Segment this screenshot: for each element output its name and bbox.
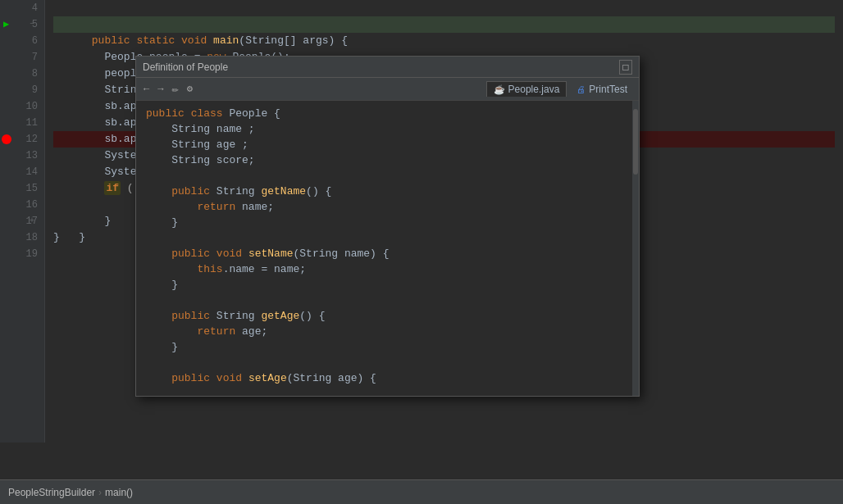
popup-code-line-2: String name ; <box>146 121 629 137</box>
line-15: 15 <box>0 180 44 197</box>
execution-arrow: ▶ <box>3 16 9 33</box>
line-13: 13 <box>0 148 44 164</box>
line-14: 14 <box>0 164 44 180</box>
popup-code-line-5 <box>146 168 629 184</box>
popup-back-button[interactable]: ← <box>141 82 152 97</box>
breakpoint-12[interactable] <box>2 134 11 144</box>
popup-tab2-label: PrintTest <box>589 84 627 95</box>
popup-code-line-11: this.name = name; <box>146 261 629 277</box>
popup-code-line-18: public void setAge(String age) { <box>146 370 629 386</box>
popup-toolbar: ← → ✏ ⚙ ☕ People.java 🖨 PrintTest <box>136 78 639 101</box>
line-17: 17 + <box>0 213 44 229</box>
popup-code-line-8: } <box>146 215 629 230</box>
popup-scrollbar[interactable] <box>632 101 639 396</box>
breadcrumb-separator: › <box>98 487 102 498</box>
popup-code-line-13 <box>146 293 629 308</box>
popup-code-line-17 <box>146 355 629 370</box>
popup-forward-button[interactable]: → <box>155 82 166 97</box>
line-4: 4 <box>0 0 44 16</box>
definition-popup: Definition of People ☐ ← → ✏ ⚙ ☕ People.… <box>135 56 640 397</box>
popup-code-line-4: String score; <box>146 152 629 168</box>
code-line-4 <box>53 0 835 16</box>
line-9: 9 <box>0 82 44 98</box>
popup-code-line-3: String age ; <box>146 137 629 152</box>
popup-code-line-10: public void setName(String name) { <box>146 246 629 261</box>
code-editor: 4 ▶ 5 − 6 7 8 9 10 11 12 13 14 15 16 17 … <box>0 0 843 443</box>
line-6: 6 <box>0 33 44 49</box>
java-file-icon: ☕ <box>494 84 505 95</box>
popup-edit-button[interactable]: ✏ <box>169 80 180 98</box>
popup-file-tab-printtest[interactable]: 🖨 PrintTest <box>570 82 634 97</box>
popup-title: Definition of People <box>143 61 228 73</box>
line-5: ▶ 5 − <box>0 16 44 33</box>
popup-code-line-7: return name; <box>146 199 629 215</box>
fold-icon-5[interactable]: − <box>30 16 34 33</box>
popup-code-line-6: public String getName() { <box>146 184 629 199</box>
line-12: 12 <box>0 131 44 148</box>
popup-code-line-9 <box>146 230 629 246</box>
popup-code-line-14: public String getAge() { <box>146 308 629 324</box>
breadcrumb-method: main() <box>105 487 133 498</box>
popup-close-button[interactable]: ☐ <box>619 60 632 75</box>
line-18: 18 <box>0 229 44 246</box>
popup-code-line-15: return age; <box>146 324 629 339</box>
popup-title-bar: Definition of People ☐ <box>136 57 639 78</box>
breadcrumb: PeopleStringBuilder › main() <box>8 487 133 498</box>
line-numbers: 4 ▶ 5 − 6 7 8 9 10 11 12 13 14 15 16 17 … <box>0 0 45 443</box>
popup-scrollbar-thumb[interactable] <box>633 109 638 175</box>
print-file-icon: 🖨 <box>576 84 586 94</box>
line-19: 19 <box>0 246 44 262</box>
fold-icon-17[interactable]: + <box>30 213 34 229</box>
popup-file-tab-people[interactable]: ☕ People.java <box>486 81 567 97</box>
line-16: 16 <box>0 197 44 213</box>
line-8: 8 <box>0 66 44 82</box>
popup-code-line-1: public class People { <box>146 106 629 121</box>
popup-tab1-label: People.java <box>508 84 560 95</box>
breadcrumb-class: PeopleStringBuilder <box>8 487 95 498</box>
line-10: 10 <box>0 98 44 115</box>
status-bar: PeopleStringBuilder › main() <box>0 479 843 504</box>
popup-code-line-12: } <box>146 277 629 293</box>
popup-code-line-16: } <box>146 339 629 355</box>
popup-settings-button[interactable]: ⚙ <box>185 81 195 97</box>
popup-code-content: public class People { String name ; Stri… <box>136 101 639 396</box>
line-7: 7 <box>0 49 44 66</box>
line-11: 11 <box>0 115 44 131</box>
code-line-5: public static void main(String[] args) { <box>53 16 835 33</box>
